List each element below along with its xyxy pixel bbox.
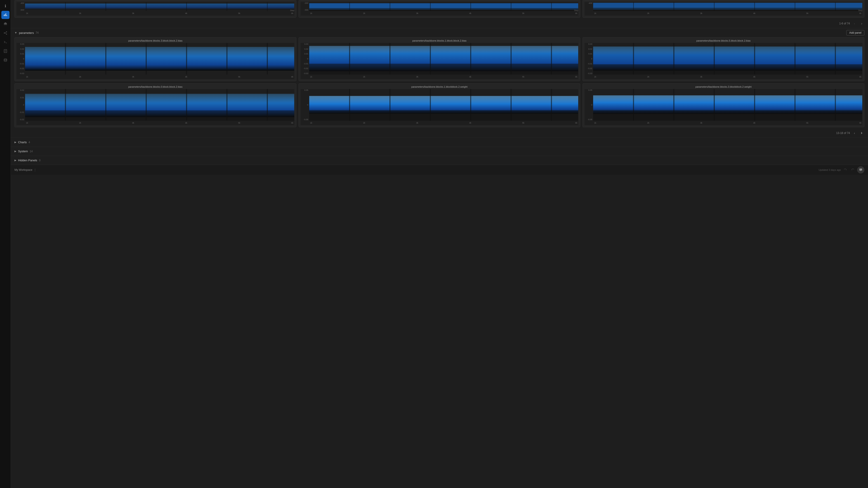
svg-rect-40 [593, 8, 862, 11]
sidebar-icon-layers[interactable] [1, 20, 9, 28]
param-chart-4: parameters/backbone.blocks.0.block.block… [14, 84, 296, 127]
y-labels-top-3: -400 [585, 2, 593, 11]
x-labels-param-3: 1k2k3k4k5k6k [593, 74, 862, 79]
chat-button[interactable] [857, 166, 864, 173]
param-chart-2: parameters/backbone.blocks.1.block.block… [299, 37, 581, 81]
y-labels-param-1: 0.030.020.010-0.01-0.02-0.03 [17, 43, 25, 74]
charts-section-title: Charts [18, 140, 27, 144]
top-pagination-text: 1-6 of 74 [839, 22, 850, 25]
updated-text: Updated 3 days ago [819, 168, 841, 171]
x-labels-param-2: 1k2k3k4k5k6k [309, 74, 579, 79]
param-chart-4-area: 0.020.010-0.01-0.02 [17, 89, 294, 125]
charts-section: ▶ Charts 4 [11, 138, 868, 147]
bottom-prev-btn[interactable]: ‹ [852, 130, 857, 136]
chart-inner-top-1 [25, 2, 294, 11]
x-labels-param-6: 1k2k3k4k5k6k [593, 121, 862, 125]
workspace-name: My Workspace [14, 168, 32, 171]
top-next-btn[interactable]: › [859, 21, 864, 26]
svg-rect-1 [4, 24, 7, 25]
system-section-header[interactable]: ▶ System 14 [14, 149, 864, 154]
charts-toggle-icon: ▶ [14, 141, 16, 144]
system-section: ▶ System 14 [11, 147, 868, 156]
chart-inner-top-2 [309, 2, 579, 11]
chart-inner-param-2 [309, 43, 579, 74]
y-labels-param-3: 0.030.020.010-0.01-0.02-0.03 [585, 43, 593, 74]
param-chart-6-title: parameters/backbone.blocks.3.blockblock.… [585, 86, 862, 88]
svg-point-3 [4, 33, 5, 33]
top-chart-2: -200 -300 [299, 0, 581, 18]
param-chart-3: parameters/backbone.blocks.5.block.block… [583, 37, 864, 81]
chart-inner-top-3 [593, 2, 862, 11]
hidden-panels-section-count: 0 [39, 159, 41, 162]
param-chart-2-title: parameters/backbone.blocks.1.block.block… [301, 39, 579, 42]
hidden-panels-section: ▶ Hidden Panels 0 [11, 156, 868, 165]
top-chart-area-1: -400 -600 [17, 2, 294, 15]
svg-point-5 [6, 34, 7, 35]
bottom-bar: My Workspace ⋮ Updated 3 days ago [11, 165, 868, 175]
system-toggle-icon: ▶ [14, 150, 16, 153]
add-panel-button[interactable]: Add panel [846, 30, 864, 35]
param-chart-4-title: parameters/backbone.blocks.0.block.block… [17, 86, 294, 88]
sidebar-icon-report[interactable] [1, 47, 9, 55]
sidebar-icon-database[interactable] [1, 56, 9, 64]
y-labels-top-2: -200 -300 [301, 2, 309, 11]
parameters-title: parameters [19, 31, 34, 35]
hidden-panels-section-header[interactable]: ▶ Hidden Panels 0 [14, 158, 864, 163]
chart-inner-param-4 [25, 89, 294, 121]
top-prev-btn[interactable]: ‹ [852, 21, 857, 26]
param-chart-5: parameters/backbone.blocks.1.blockblock.… [299, 84, 581, 127]
main-content: -400 -600 [11, 0, 868, 488]
sidebar-icon-charts[interactable] [1, 11, 9, 19]
svg-rect-31 [309, 8, 579, 11]
parameters-charts-grid-row1: parameters/backbone.blocks.3.block.block… [11, 37, 868, 84]
x-labels-top-2: 1k2k3k4k5k6k [309, 11, 579, 15]
svg-point-13 [4, 59, 7, 60]
x-labels-param-5: 1k2k3k4k5k6k [309, 121, 579, 125]
bottom-next-btn[interactable] [859, 130, 864, 136]
param-chart-1-area: 0.030.020.010-0.01-0.02-0.03 [17, 43, 294, 79]
step-label-top-2: Step [574, 9, 579, 11]
parameters-toggle[interactable]: ▼ [14, 31, 17, 34]
undo-button[interactable] [843, 167, 848, 173]
top-chart-area-3: -400 [585, 2, 862, 15]
sidebar-icon-info[interactable]: ℹ [1, 2, 9, 10]
param-chart-3-area: 0.030.020.010-0.01-0.02-0.03 [585, 43, 862, 79]
charts-section-count: 4 [29, 141, 30, 144]
y-labels-param-4: 0.020.010-0.01-0.02 [17, 89, 25, 121]
workspace-label-container: My Workspace ⋮ [14, 168, 36, 171]
x-labels-param-4: 1k2k3k4k5k6k [25, 121, 294, 125]
param-chart-2-area: 0.030.020.010-0.01-0.02-0.03 [301, 43, 579, 79]
svg-line-7 [5, 33, 6, 34]
x-labels-param-1: 1k2k3k4k5k6k [25, 74, 294, 79]
parameters-header-left: ▼ parameters 74 [14, 31, 39, 35]
step-label-top-3: Step [858, 9, 862, 11]
bottom-pagination: 13-18 of 74 ‹ [11, 129, 868, 138]
redo-button[interactable] [850, 167, 855, 173]
sidebar-icon-graph[interactable] [1, 29, 9, 37]
top-chart-3: -400 [583, 0, 864, 18]
sidebar: ℹ [0, 0, 11, 488]
x-labels-top-1: 1k2k3k4k5k6k [25, 11, 294, 15]
system-section-title: System [18, 150, 28, 153]
chart-inner-param-3 [593, 43, 862, 74]
workspace-menu-icon[interactable]: ⋮ [34, 168, 36, 171]
param-chart-1: parameters/backbone.blocks.3.block.block… [14, 37, 296, 81]
bottom-bar-right: Updated 3 days ago [819, 166, 864, 173]
parameters-charts-grid-row2: parameters/backbone.blocks.0.block.block… [11, 84, 868, 129]
parameters-count: 74 [36, 31, 39, 34]
param-chart-5-area: 0.050-0.05 [301, 89, 579, 125]
param-chart-5-title: parameters/backbone.blocks.1.blockblock.… [301, 86, 579, 88]
chart-inner-param-5 [309, 89, 579, 121]
hidden-panels-toggle-icon: ▶ [14, 159, 16, 162]
sidebar-icon-terminal[interactable] [1, 38, 9, 46]
y-labels-top-1: -400 -600 [17, 2, 25, 11]
system-section-count: 14 [30, 150, 33, 153]
top-chart-area-2: -200 -300 [301, 2, 579, 15]
chart-inner-param-6 [593, 89, 862, 121]
svg-point-4 [6, 31, 7, 32]
y-labels-param-5: 0.050-0.05 [301, 89, 309, 121]
step-label-top-1: Step [290, 9, 294, 11]
chart-inner-param-1 [25, 43, 294, 74]
charts-section-header[interactable]: ▶ Charts 4 [14, 140, 864, 145]
hidden-panels-section-title: Hidden Panels [18, 159, 37, 162]
